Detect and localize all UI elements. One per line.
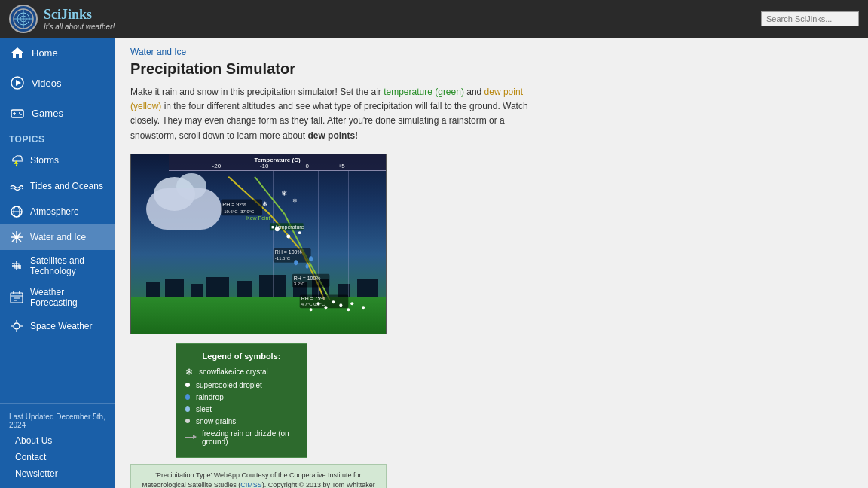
sidebar-item-satellites[interactable]: Satellites and Technology — [0, 250, 115, 282]
cimss-link[interactable]: CIMSS — [240, 481, 262, 488]
freezing-rain-icon — [185, 437, 196, 438]
svg-point-11 — [19, 112, 20, 114]
legend-snow-grains-label: snow grains — [196, 417, 236, 425]
svg-text:RH = 100%: RH = 100% — [294, 275, 321, 280]
sidebar-item-storms[interactable]: Storms — [0, 148, 115, 173]
legend-supercooled-label: supercooled droplet — [196, 381, 262, 389]
storm-icon — [9, 153, 24, 168]
svg-point-75 — [317, 302, 320, 305]
svg-point-77 — [332, 300, 335, 303]
sidebar-item-videos[interactable]: Videos — [0, 68, 115, 98]
svg-text:❄: ❄ — [262, 200, 268, 208]
dewpoints-bold: dew points! — [307, 130, 358, 141]
content-area: Water and Ice Precipitation Simulator Ma… — [115, 38, 868, 488]
last-updated: Last Updated December 5th, 2024 — [0, 410, 115, 432]
site-subtitle: It's all about weather! — [44, 23, 115, 31]
svg-point-79 — [339, 303, 342, 307]
temp-label-text: temperature (green) — [384, 87, 464, 97]
sidebar-item-atmosphere[interactable]: Atmosphere — [0, 199, 115, 224]
svg-text:Kew Point: Kew Point — [246, 215, 270, 221]
sleet-icon — [185, 406, 190, 412]
svg-point-28 — [14, 323, 20, 329]
snow-grains-icon — [185, 419, 190, 423]
search-wrap[interactable] — [761, 11, 859, 26]
logo-text: SciJinks It's all about weather! — [44, 7, 115, 31]
raindrop-icon — [185, 394, 190, 400]
svg-text:RH = 75%: RH = 75% — [301, 296, 326, 301]
tides-icon — [9, 178, 24, 194]
atmosphere-label: Atmosphere — [30, 206, 79, 217]
search-input[interactable] — [761, 11, 859, 26]
svg-text:-19.6°C  -37.9°C: -19.6°C -37.9°C — [222, 209, 255, 214]
svg-marker-7 — [16, 80, 21, 86]
svg-line-48 — [270, 214, 302, 252]
svg-point-76 — [324, 306, 327, 309]
legend-item-supercooled: supercooled droplet — [185, 381, 298, 389]
newsletter-link[interactable]: Newsletter — [0, 465, 115, 482]
breadcrumb[interactable]: Water and Ice — [130, 47, 853, 57]
svg-point-71 — [298, 231, 301, 234]
site-title: SciJinks — [44, 7, 115, 23]
legend-freezing-rain-label: freezing rain or drizzle (on ground) — [202, 429, 298, 446]
contact-link[interactable]: Contact — [0, 449, 115, 465]
svg-point-81 — [350, 302, 353, 305]
sidebar-item-games[interactable]: Games — [0, 98, 115, 128]
svg-point-80 — [347, 308, 350, 311]
svg-text:-11.6°C: -11.6°C — [275, 256, 291, 261]
satellites-label: Satellites and Technology — [30, 255, 106, 276]
snowflake-icon: ❄ — [185, 367, 193, 377]
legend-item-sleet: sleet — [185, 405, 298, 413]
legend-title: Legend of symbols: — [185, 352, 298, 361]
sidebar-item-forecasting[interactable]: Weather Forecasting — [0, 282, 115, 313]
legend-item-snowflake: ❄ snowflake/ice crystal — [185, 367, 298, 377]
page-title: Precipitation Simulator — [130, 60, 853, 78]
legend-sleet-label: sleet — [196, 405, 212, 413]
supercooled-icon — [185, 383, 190, 387]
space-weather-label: Space Weather — [30, 321, 93, 331]
home-icon — [9, 44, 26, 61]
legend-item-freezing-rain: freezing rain or drizzle (on ground) — [185, 429, 298, 446]
sim-image[interactable]: Temperature (C) -20 -10 0 +5 — [130, 154, 387, 334]
dewpoint-label-text: dew point (yellow) — [130, 87, 523, 111]
topics-header: TOPICS — [0, 128, 115, 148]
games-icon — [9, 105, 26, 121]
sidebar-item-water-ice[interactable]: Water and Ice — [0, 224, 115, 250]
video-icon — [9, 75, 26, 91]
svg-point-73 — [306, 264, 309, 269]
storms-label: Storms — [30, 155, 59, 166]
svg-point-74 — [309, 256, 313, 261]
sidebar: Home Videos Games — [0, 38, 115, 488]
videos-label: Videos — [32, 78, 62, 89]
forecast-icon — [9, 290, 24, 305]
legend-snowflake-label: snowflake/ice crystal — [199, 368, 268, 376]
svg-point-82 — [362, 306, 365, 309]
svg-point-69 — [275, 227, 280, 231]
simulator-container: Temperature (C) -20 -10 0 +5 — [130, 154, 853, 488]
sidebar-item-home[interactable]: Home — [0, 38, 115, 68]
svg-text:❄: ❄ — [281, 188, 287, 197]
forecasting-label: Weather Forecasting — [30, 287, 106, 308]
sidebar-item-space-weather[interactable]: Space Weather — [0, 313, 115, 339]
home-label: Home — [32, 47, 58, 59]
attribution-text: 'Precipitation Type' WebApp Courtesy of … — [142, 471, 375, 488]
sidebar-item-tides[interactable]: Tides and Oceans — [0, 173, 115, 199]
water-ice-icon — [9, 230, 24, 245]
svg-text:3.2°C: 3.2°C — [294, 281, 306, 285]
legend-box: Legend of symbols: ❄ snowflake/ice cryst… — [176, 343, 307, 458]
svg-text:RH = 100%: RH = 100% — [275, 249, 302, 255]
atmosphere-icon — [9, 204, 24, 219]
space-icon — [9, 319, 24, 334]
satellite-icon — [9, 258, 24, 273]
svg-text:❄: ❄ — [292, 197, 298, 204]
svg-point-70 — [286, 234, 290, 238]
svg-text:4.7°C  0.5°C: 4.7°C 0.5°C — [301, 302, 326, 307]
sidebar-footer: Last Updated December 5th, 2024 About Us… — [0, 403, 115, 488]
about-link[interactable]: About Us — [0, 432, 115, 449]
tides-label: Tides and Oceans — [30, 181, 103, 191]
legend-item-snow-grains: snow grains — [185, 417, 298, 425]
legend-item-raindrop: raindrop — [185, 393, 298, 401]
intro-text: Make it rain and snow in this precipitat… — [130, 85, 552, 143]
svg-point-72 — [294, 260, 298, 265]
svg-point-16 — [15, 236, 19, 239]
logo-area[interactable]: SciJinks It's all about weather! — [9, 5, 115, 33]
